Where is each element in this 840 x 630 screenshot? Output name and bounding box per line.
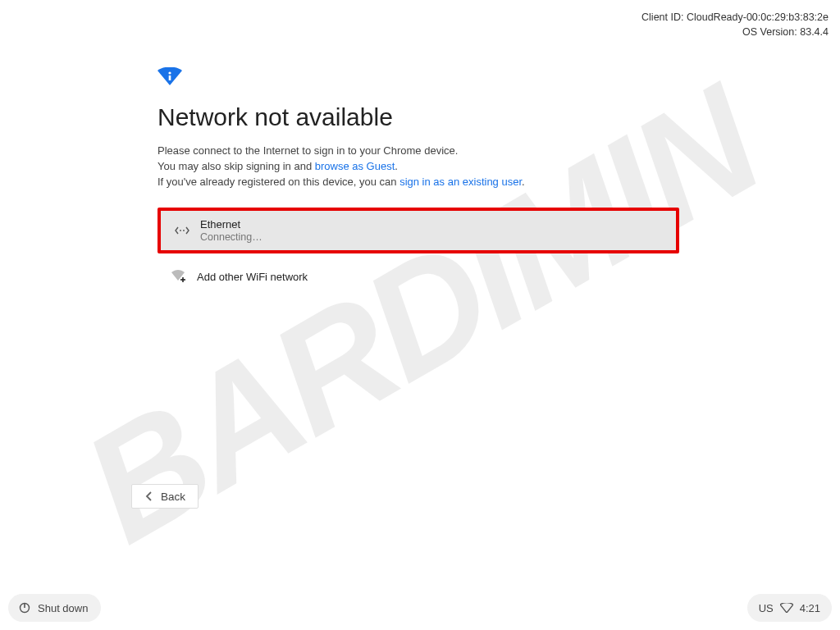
wifi-info-icon: [158, 67, 182, 85]
os-version-value: 83.4.4: [800, 26, 829, 38]
sign-in-existing-link[interactable]: sign in as an existing user: [399, 176, 522, 188]
network-item-ethernet[interactable]: Ethernet Connecting…: [158, 208, 679, 253]
shutdown-label: Shut down: [38, 602, 88, 614]
svg-point-0: [168, 71, 171, 74]
power-icon: [18, 601, 31, 614]
back-label: Back: [161, 491, 185, 503]
page-title: Network not available: [158, 103, 682, 131]
status-tray[interactable]: US 4:21: [747, 594, 832, 622]
network-item-add-wifi[interactable]: Add other WiFi network: [158, 253, 679, 299]
svg-point-2: [180, 230, 181, 231]
svg-rect-1: [169, 75, 171, 80]
desc-line1: Please connect to the Internet to sign i…: [158, 143, 682, 158]
svg-point-3: [183, 230, 185, 231]
ethernet-status: Connecting…: [200, 231, 262, 243]
desc-line3-prefix: If you've already registered on this dev…: [158, 176, 399, 188]
os-version-label: OS Version:: [742, 26, 797, 38]
network-status-icon: [780, 603, 793, 613]
desc-line2-prefix: You may also skip signing in and: [158, 160, 315, 172]
keyboard-indicator: US: [759, 602, 774, 614]
ethernet-icon: [167, 226, 197, 235]
network-list: Ethernet Connecting… Add other WiFi netw…: [158, 208, 679, 299]
back-button[interactable]: Back: [131, 484, 199, 509]
shut-down-button[interactable]: Shut down: [8, 594, 101, 622]
add-wifi-title: Add other WiFi network: [197, 271, 308, 283]
browse-as-guest-link[interactable]: browse as Guest: [315, 160, 395, 172]
wifi-add-icon: [164, 269, 194, 284]
chevron-left-icon: [144, 491, 154, 501]
system-info: Client ID: CloudReady-00:0c:29:b3:83:2e …: [641, 10, 829, 39]
clock: 4:21: [800, 602, 820, 614]
client-id-label: Client ID:: [641, 11, 683, 23]
ethernet-title: Ethernet: [200, 218, 262, 231]
client-id-value: CloudReady-00:0c:29:b3:83:2e: [687, 11, 829, 23]
description-text: Please connect to the Internet to sign i…: [158, 143, 682, 189]
